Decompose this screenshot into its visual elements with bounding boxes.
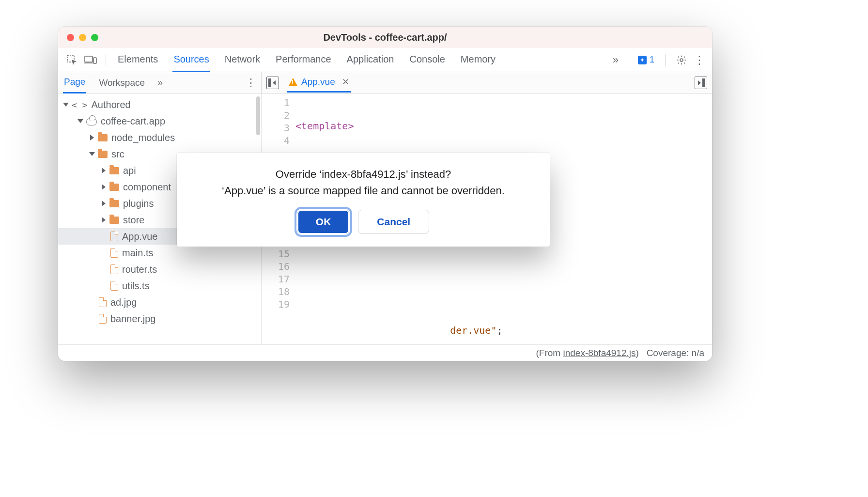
folder-icon (109, 217, 119, 224)
file-icon (110, 281, 118, 291)
issues-badge[interactable]: ✦ 1 (638, 55, 654, 65)
tree-store-label: store (123, 215, 144, 226)
tree-components-label: component (123, 182, 171, 193)
svg-rect-1 (85, 56, 93, 62)
file-icon (99, 297, 107, 307)
toggle-navigator-icon[interactable] (266, 77, 279, 89)
file-tab-app-vue[interactable]: App.vue ✕ (287, 73, 351, 93)
folder-icon (109, 184, 119, 191)
tree-src-label: src (111, 149, 124, 160)
ok-button[interactable]: OK (297, 210, 350, 234)
tree-router-label: router.ts (122, 264, 157, 275)
file-tab-label: App.vue (301, 77, 335, 87)
tree-utils-label: utils.ts (122, 280, 150, 292)
tab-application[interactable]: Application (346, 48, 395, 72)
tree-node-modules[interactable]: node_modules (58, 129, 261, 146)
panel-tabs: Elements Sources Network Performance App… (117, 48, 609, 72)
file-icon (110, 248, 118, 258)
folder-icon (98, 134, 108, 141)
tree-utils-ts[interactable]: utils.ts (58, 278, 261, 294)
tree-site[interactable]: coffee-cart.app (58, 113, 261, 129)
close-tab-icon[interactable]: ✕ (342, 77, 349, 87)
tab-memory[interactable]: Memory (460, 48, 496, 72)
inspect-element-icon[interactable] (65, 53, 79, 67)
sourcemap-link[interactable]: index-8bfa4912.js (563, 348, 636, 358)
tab-console[interactable]: Console (408, 48, 446, 72)
tree-banner-label: banner.jpg (110, 313, 155, 325)
override-confirm-dialog: Override ‘index-8bfa4912.js’ instead? ‘A… (177, 153, 550, 247)
tab-performance[interactable]: Performance (275, 48, 332, 72)
devtools-toolbar: Elements Sources Network Performance App… (58, 48, 712, 72)
cancel-button[interactable]: Cancel (358, 210, 429, 234)
toggle-debugger-icon[interactable] (695, 77, 707, 89)
more-tabs-icon[interactable]: » (613, 54, 616, 66)
folder-icon (109, 167, 119, 174)
dialog-line-2: ‘App.vue’ is a source mapped file and ca… (189, 183, 537, 199)
warning-icon (289, 78, 297, 86)
tree-nm-label: node_modules (111, 132, 175, 143)
window-title: DevTools - coffee-cart.app/ (58, 32, 712, 43)
folder-icon (109, 200, 119, 207)
tree-site-label: coffee-cart.app (101, 116, 165, 127)
coverage-status: Coverage: n/a (647, 348, 704, 358)
tree-ad-jpg[interactable]: ad.jpg (58, 294, 261, 311)
svg-rect-3 (93, 58, 96, 63)
tree-app-label: App.vue (122, 231, 157, 242)
tab-sources[interactable]: Sources (172, 48, 210, 72)
issue-icon: ✦ (638, 56, 647, 64)
cloud-icon (86, 118, 97, 125)
tree-router-ts[interactable]: router.ts (58, 261, 261, 278)
tree-authored-label: Authored (92, 99, 131, 110)
tree-scrollbar[interactable] (256, 96, 260, 135)
file-icon (110, 232, 118, 241)
sourcemap-origin: (From index-8bfa4912.js) Coverage: n/a (536, 348, 704, 358)
tree-main-ts[interactable]: main.ts (58, 245, 261, 261)
dialog-line-1: Override ‘index-8bfa4912.js’ instead? (189, 166, 537, 183)
tree-plugins-label: plugins (123, 198, 154, 209)
subtab-workspace[interactable]: Workspace (98, 73, 146, 93)
more-subtabs-icon[interactable]: » (157, 77, 160, 88)
sources-subbar: Page Workspace » ⋮ App.vue ✕ (58, 72, 712, 93)
tree-main-label: main.ts (122, 248, 153, 259)
tab-elements[interactable]: Elements (117, 48, 159, 72)
file-icon (110, 264, 118, 274)
svg-point-4 (680, 59, 683, 62)
tree-banner-jpg[interactable]: banner.jpg (58, 311, 261, 327)
folder-icon (98, 151, 108, 158)
issues-count: 1 (650, 55, 654, 65)
subtab-page[interactable]: Page (63, 72, 86, 93)
tree-api-label: api (123, 165, 136, 176)
tree-authored[interactable]: < >Authored (58, 96, 261, 113)
tab-network[interactable]: Network (224, 48, 261, 72)
titlebar: DevTools - coffee-cart.app/ (58, 27, 712, 48)
navigator-kebab-icon[interactable]: ⋮ (246, 77, 256, 89)
device-toolbar-icon[interactable] (83, 53, 98, 67)
settings-gear-icon[interactable] (676, 55, 687, 65)
tree-ad-label: ad.jpg (110, 297, 137, 308)
file-icon (99, 314, 107, 324)
